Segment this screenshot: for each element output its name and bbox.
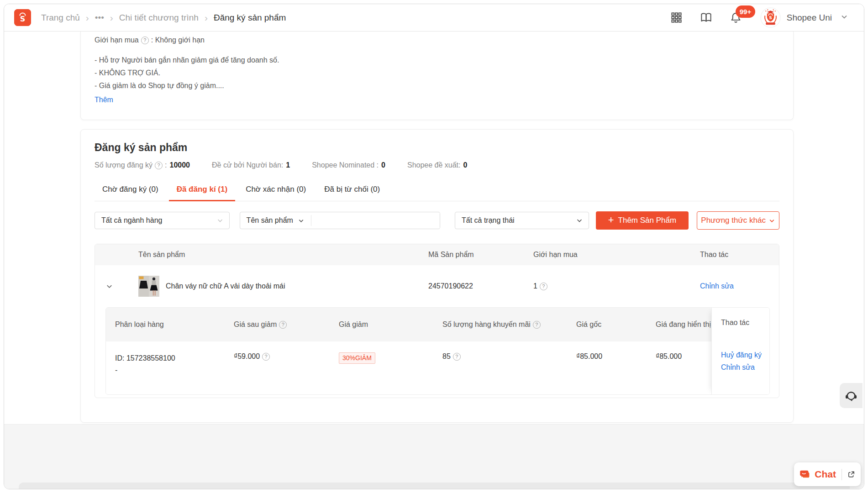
cancel-registration-link[interactable]: Huỷ đăng ký bbox=[721, 351, 769, 359]
stat-label: Shopee đề xuất: bbox=[407, 161, 461, 169]
col-variation: Phân loại hàng bbox=[106, 320, 225, 329]
show-more-link[interactable]: Thêm bbox=[95, 96, 113, 104]
product-actions-cell: Chỉnh sửa bbox=[700, 282, 779, 290]
tab-registered[interactable]: Đã đăng kí (1) bbox=[169, 180, 235, 201]
breadcrumb-ellipsis[interactable]: ••• bbox=[95, 13, 104, 23]
account-chevron-down-icon[interactable] bbox=[840, 13, 848, 23]
search-type-value: Tên sản phẩm bbox=[247, 216, 293, 225]
stat-label: Shopee Nominated : bbox=[312, 161, 379, 169]
notification-badge: 99+ bbox=[736, 5, 755, 18]
svg-text:S: S bbox=[769, 15, 772, 20]
other-methods-label: Phương thức khác bbox=[701, 216, 766, 225]
stat-label: Số lượng đăng ký bbox=[95, 161, 153, 169]
add-product-button[interactable]: + Thêm Sản Phẩm bbox=[596, 211, 689, 230]
window-bottom-bar bbox=[19, 483, 850, 489]
learning-book-icon[interactable] bbox=[700, 11, 712, 24]
col-original-price: Giá gốc bbox=[567, 320, 647, 329]
discount-cell: 30%GIẢM bbox=[330, 341, 433, 364]
shopee-logo-icon[interactable]: S bbox=[14, 9, 31, 26]
search-input[interactable] bbox=[311, 213, 440, 228]
breadcrumb-home[interactable]: Trang chủ bbox=[41, 13, 80, 23]
product-limit-cell: 1 ? bbox=[533, 282, 700, 290]
other-methods-button[interactable]: Phương thức khác bbox=[697, 211, 779, 230]
stat-value: 1 bbox=[286, 161, 290, 169]
purchase-limit-label: Giới hạn mua bbox=[95, 36, 139, 44]
section-title: Đăng ký sản phẩm bbox=[95, 142, 779, 154]
breadcrumb-program-detail[interactable]: Chi tiết chương trình bbox=[119, 13, 199, 23]
product-cell: Chân váy nữ chữ A vải dày thoải mái bbox=[138, 276, 428, 297]
products-table: Tên sản phẩm Mã Sản phẩm Giới hạn mua Th… bbox=[95, 244, 779, 398]
category-select[interactable]: Tất cả ngành hàng bbox=[95, 212, 230, 229]
status-select[interactable]: Tất cả trạng thái bbox=[455, 212, 589, 229]
notification-bell-icon[interactable]: 99+ bbox=[730, 11, 742, 24]
product-name: Chân váy nữ chữ A vải dày thoải mái bbox=[166, 282, 285, 290]
help-icon[interactable]: ? bbox=[279, 321, 287, 329]
window-frame: S Trang chủ › ••• › Chi tiết chương trìn… bbox=[4, 4, 864, 489]
discount-badge: 30%GIẢM bbox=[339, 352, 375, 364]
variation-id: ID: 157238558100 bbox=[115, 352, 175, 364]
chevron-down-icon bbox=[216, 217, 224, 224]
tab-pending-registration[interactable]: Chờ đăng ký (0) bbox=[95, 180, 166, 201]
program-description: - Hỗ trợ Người bán gắn nhãn giảm giá để … bbox=[95, 54, 779, 92]
promo-stock: 85 bbox=[442, 352, 451, 361]
status-select-value: Tất cả trạng thái bbox=[462, 216, 576, 225]
purchase-limit-value: : Không giới hạn bbox=[151, 36, 205, 44]
col-purchase-limit: Giới hạn mua bbox=[533, 251, 700, 259]
displayed-price: ₫85.000 bbox=[656, 352, 682, 361]
program-bullet: - Hỗ trợ Người bán gắn nhãn giảm giá để … bbox=[95, 54, 779, 67]
discounted-price: ₫59.000 bbox=[234, 352, 260, 361]
chat-bubble-icon bbox=[800, 468, 810, 481]
account-avatar[interactable]: S bbox=[760, 7, 781, 28]
col-actions-label: Thao tác bbox=[721, 319, 749, 326]
product-limit-value: 1 bbox=[533, 282, 537, 290]
detail-actions-column: Thao tác Huỷ đăng ký Chỉnh sửa bbox=[711, 308, 769, 394]
help-icon[interactable]: ? bbox=[262, 353, 270, 361]
edit-product-link[interactable]: Chỉnh sửa bbox=[700, 282, 734, 290]
col-label: Giá sau giảm bbox=[234, 320, 277, 329]
breadcrumb-separator: › bbox=[205, 13, 208, 22]
top-navbar: S Trang chủ › ••• › Chi tiết chương trìn… bbox=[4, 4, 864, 31]
col-displayed-price: Giá đang hiển thị bbox=[647, 320, 713, 329]
breadcrumb-separator: › bbox=[86, 13, 89, 22]
stat-shopee-suggested: Shopee đề xuất: 0 bbox=[407, 161, 467, 169]
search-type-select[interactable]: Tên sản phẩm bbox=[240, 216, 311, 225]
variation-id-cell: ID: 157238558100 - bbox=[106, 341, 225, 376]
stats-row: Số lượng đăng ký ? : 10000 Đề cử bởi Ngư… bbox=[95, 161, 779, 169]
purchase-limit-line: Giới hạn mua ? : Không giới hạn bbox=[95, 36, 779, 44]
product-row: Chân váy nữ chữ A vải dày thoải mái 2457… bbox=[95, 265, 779, 307]
plus-icon: + bbox=[608, 215, 614, 225]
help-icon[interactable]: ? bbox=[155, 162, 163, 169]
help-icon[interactable]: ? bbox=[540, 283, 547, 290]
edit-variation-link[interactable]: Chỉnh sửa bbox=[721, 363, 769, 372]
tab-pending-confirmation[interactable]: Chờ xác nhận (0) bbox=[238, 180, 314, 201]
stat-value: 0 bbox=[463, 161, 468, 169]
tab-rejected[interactable]: Đã bị từ chối (0) bbox=[316, 180, 388, 201]
breadcrumb: Trang chủ › ••• › Chi tiết chương trình … bbox=[41, 13, 286, 23]
help-icon[interactable]: ? bbox=[141, 37, 149, 44]
filter-row: Tất cả ngành hàng Tên sản phẩm Tất cả tr… bbox=[95, 211, 779, 230]
stat-registered-quantity: Số lượng đăng ký ? : 10000 bbox=[95, 161, 190, 169]
displayed-price-cell: ₫85.000 bbox=[647, 341, 713, 361]
discounted-price-cell: ₫59.000 ? bbox=[225, 341, 330, 361]
account-name[interactable]: Shopee Uni bbox=[787, 13, 832, 23]
expand-chat-icon[interactable] bbox=[847, 470, 855, 479]
help-icon[interactable]: ? bbox=[453, 353, 461, 361]
help-icon[interactable]: ? bbox=[533, 321, 541, 329]
variation-detail-panel: Phân loại hàng Giá sau giảm ? Giá giảm S… bbox=[105, 307, 770, 395]
program-bullet: - Giá giảm là do Shop tự đồng ý giảm.... bbox=[95, 79, 779, 92]
product-search-group: Tên sản phẩm bbox=[240, 212, 440, 229]
product-code: 24570190622 bbox=[428, 282, 533, 290]
col-label: Số lượng hàng khuyến mãi bbox=[442, 320, 531, 329]
col-product-name: Tên sản phẩm bbox=[138, 251, 428, 259]
product-thumbnail[interactable] bbox=[138, 276, 159, 297]
topbar-right: 99+ S Shopee Uni bbox=[653, 7, 848, 28]
support-headset-button[interactable] bbox=[840, 383, 863, 408]
col-actions: Thao tác bbox=[700, 251, 779, 259]
col-discounted-price: Giá sau giảm ? bbox=[225, 320, 330, 329]
chat-widget[interactable]: Chat bbox=[794, 462, 861, 486]
detail-header: Phân loại hàng Giá sau giảm ? Giá giảm S… bbox=[106, 308, 769, 341]
collapse-row-icon[interactable] bbox=[105, 282, 138, 291]
col-discount: Giá giảm bbox=[330, 320, 433, 329]
apps-grid-icon[interactable] bbox=[670, 11, 683, 24]
product-registration-card: Đăng ký sản phẩm Số lượng đăng ký ? : 10… bbox=[80, 129, 794, 423]
